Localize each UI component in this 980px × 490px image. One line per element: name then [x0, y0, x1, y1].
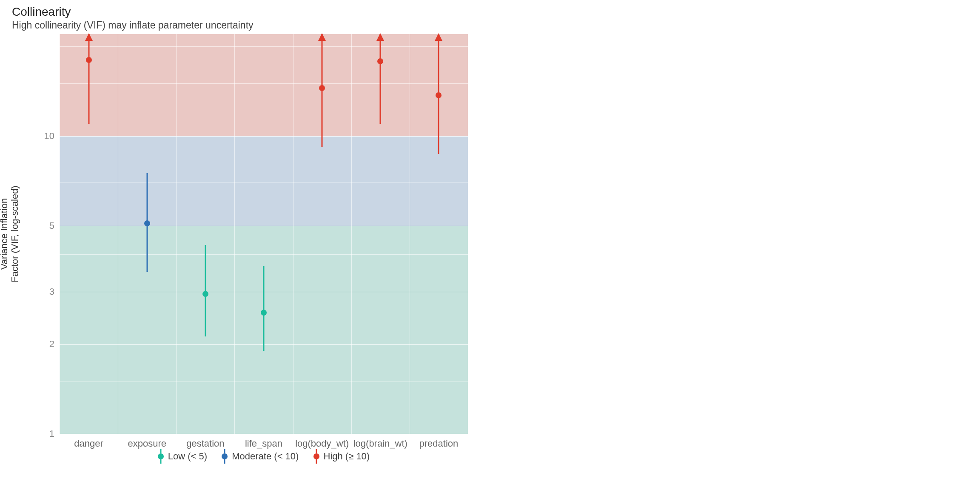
y-axis-label: Variance Inflation Factor (VIF, log-scal… — [0, 185, 20, 282]
band-moderate — [60, 136, 468, 226]
gridline-h-minor — [60, 182, 468, 182]
error-bar — [380, 34, 381, 124]
chart-subtitle: High collinearity (VIF) may inflate para… — [12, 20, 254, 31]
data-point — [86, 57, 92, 63]
gridline-v — [234, 34, 235, 434]
x-tick-label: log(brain_wt) — [353, 438, 407, 449]
arrow-up-icon — [318, 33, 326, 41]
y-tick-label: 3 — [33, 286, 54, 297]
gridline-h — [60, 434, 468, 434]
data-point — [202, 291, 208, 297]
data-point — [436, 92, 442, 98]
gridline-h-minor — [60, 254, 468, 255]
y-tick-label: 5 — [33, 220, 54, 231]
x-tick-label: predation — [419, 438, 459, 449]
legend-swatch-low — [158, 453, 164, 459]
legend-label-low: Low (< 5) — [168, 451, 207, 462]
gridline-v — [293, 34, 293, 434]
chart-container: Collinearity High collinearity (VIF) may… — [0, 0, 980, 490]
arrow-up-icon — [435, 33, 442, 41]
gridline-h-minor — [60, 46, 468, 47]
gridline-v — [468, 34, 468, 434]
legend-swatch-high — [313, 453, 319, 459]
y-tick-label: 10 — [33, 131, 54, 142]
data-point — [319, 85, 325, 91]
band-high — [60, 34, 468, 136]
x-tick-label: danger — [74, 438, 103, 449]
gridline-h-minor — [60, 382, 468, 382]
legend-item-moderate: Moderate (< 10) — [222, 451, 299, 462]
x-tick-label: exposure — [128, 438, 166, 449]
x-tick-label: log(body_wt) — [295, 438, 349, 449]
legend-label-high: High (≥ 10) — [324, 451, 370, 462]
legend-item-high: High (≥ 10) — [313, 451, 370, 462]
legend: Low (< 5) Moderate (< 10) High (≥ 10) — [60, 451, 468, 462]
error-bar — [88, 34, 89, 124]
error-bar — [263, 266, 265, 351]
gridline-h — [60, 226, 468, 226]
y-tick-label: 1 — [33, 428, 54, 439]
chart-title: Collinearity — [12, 5, 71, 19]
gridline-v — [60, 34, 60, 434]
legend-swatch-moderate — [222, 453, 228, 459]
gridline-v — [410, 34, 410, 434]
data-point — [144, 220, 150, 226]
gridline-h-minor — [60, 83, 468, 84]
arrow-up-icon — [85, 33, 93, 41]
gridline-v — [176, 34, 177, 434]
data-point — [377, 58, 383, 64]
legend-label-moderate: Moderate (< 10) — [232, 451, 299, 462]
x-tick-label: gestation — [186, 438, 224, 449]
gridline-v — [351, 34, 352, 434]
gridline-v — [118, 34, 118, 434]
legend-item-low: Low (< 5) — [158, 451, 207, 462]
y-tick-label: 2 — [33, 339, 54, 350]
y-axis-label-line1: Variance Inflation — [0, 198, 9, 270]
plot-area: Variance Inflation Factor (VIF, log-scal… — [60, 34, 468, 434]
arrow-up-icon — [376, 33, 384, 41]
y-axis-label-line2: Factor (VIF, log-scaled) — [9, 185, 20, 282]
gridline-h — [60, 136, 468, 137]
data-point — [261, 310, 267, 316]
x-tick-label: life_span — [245, 438, 282, 449]
